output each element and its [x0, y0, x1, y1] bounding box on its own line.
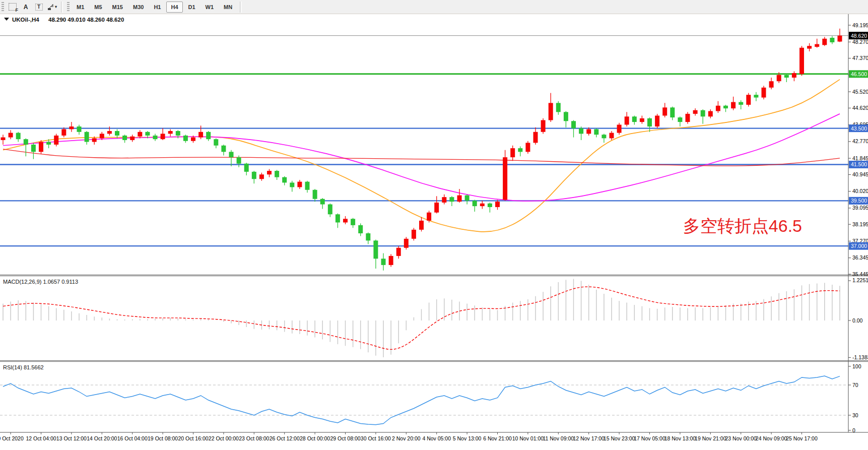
symbol-dropdown-icon[interactable] [4, 18, 9, 21]
svg-text:37.000: 37.000 [851, 243, 867, 249]
svg-text:9 Oct 2020: 9 Oct 2020 [0, 435, 24, 441]
timeframe-d1[interactable]: D1 [184, 2, 200, 13]
timeframe-m30[interactable]: M30 [128, 2, 148, 13]
svg-text:36.345: 36.345 [852, 254, 868, 261]
toolbar: F A T ▾ M1M5M15M30H1H4D1W1MN [0, 0, 868, 14]
svg-text:70: 70 [852, 382, 858, 388]
svg-text:48.270: 48.270 [852, 39, 868, 45]
svg-text:23 Oct 08:00: 23 Oct 08:00 [239, 435, 269, 441]
timeframe-m1[interactable]: M1 [72, 2, 89, 13]
chinese-annotation: 多空转折点46.5 [683, 216, 802, 235]
timeframe-w1[interactable]: W1 [201, 2, 219, 13]
last-price-badge: 48.620 [849, 32, 868, 39]
moving-averages [3, 80, 840, 232]
ma-fast-orange [3, 80, 840, 232]
svg-text:6 Nov 21:00: 6 Nov 21:00 [483, 435, 512, 441]
svg-text:35.445: 35.445 [852, 271, 868, 277]
macd-label: MACD(12,26,9) 1.0657 0.9113 [3, 279, 78, 285]
chart-area[interactable]: 49.19548.27047.37046.44545.52044.62043.6… [0, 14, 868, 450]
svg-text:10 Nov 01:00: 10 Nov 01:00 [512, 435, 544, 441]
support-badge: 39.500 [849, 197, 868, 205]
svg-text:40.945: 40.945 [852, 171, 868, 177]
macd-panel [3, 279, 840, 357]
text-icon[interactable]: T [33, 2, 45, 13]
ohlc-values: 48.290 49.010 48.260 48.620 [48, 17, 124, 23]
svg-text:30 Oct 16:00: 30 Oct 16:00 [361, 435, 391, 441]
svg-text:5 Nov 13:00: 5 Nov 13:00 [453, 435, 482, 441]
svg-text:39.095: 39.095 [852, 205, 868, 211]
svg-text:15 Nov 23:00: 15 Nov 23:00 [604, 435, 635, 441]
svg-text:2 Nov 20:00: 2 Nov 20:00 [392, 435, 421, 441]
svg-text:22 Oct 00:00: 22 Oct 00:00 [209, 435, 239, 441]
ma-slow-red [3, 149, 840, 166]
support-badge: 41.500 [849, 161, 868, 168]
toolbar-grip[interactable] [2, 2, 4, 12]
svg-text:28 Oct 00:00: 28 Oct 00:00 [300, 435, 330, 441]
text-box-icon: T [35, 4, 43, 11]
svg-text:38.195: 38.195 [852, 221, 868, 227]
svg-text:0: 0 [852, 427, 855, 433]
svg-text:12 Nov 17:00: 12 Nov 17:00 [573, 435, 605, 441]
svg-text:-1.1383: -1.1383 [852, 354, 868, 360]
rsi-label: RSI(14) 81.5662 [3, 364, 44, 370]
svg-text:12 Oct 04:00: 12 Oct 04:00 [26, 435, 56, 441]
pivot-badge: 46.500 [849, 70, 868, 78]
svg-text:29 Oct 08:00: 29 Oct 08:00 [330, 435, 360, 441]
fibonacci-icon[interactable]: F [7, 2, 19, 13]
svg-text:41.845: 41.845 [852, 155, 868, 161]
svg-text:17 Nov 05:00: 17 Nov 05:00 [634, 435, 665, 441]
trading-terminal: F A T ▾ M1M5M15M30H1H4D1W1MN [0, 0, 868, 450]
svg-text:100: 100 [852, 363, 861, 369]
svg-text:39.500: 39.500 [851, 198, 867, 204]
svg-text:13 Oct 12:00: 13 Oct 12:00 [56, 435, 87, 441]
svg-text:18 Nov 13:00: 18 Nov 13:00 [664, 435, 696, 441]
svg-text:44.620: 44.620 [852, 105, 868, 111]
toolbar-separator [61, 2, 63, 13]
svg-text:49.195: 49.195 [852, 22, 868, 28]
svg-text:40.020: 40.020 [852, 188, 868, 194]
svg-text:25 Nov 17:00: 25 Nov 17:00 [786, 435, 818, 441]
svg-text:45.520: 45.520 [852, 89, 868, 95]
svg-text:19 Nov 21:00: 19 Nov 21:00 [695, 435, 726, 441]
timeframe-group: M1M5M15M30H1H4D1W1MN [72, 2, 237, 13]
svg-text:23 Nov 00:00: 23 Nov 00:00 [725, 435, 757, 441]
svg-text:4 Nov 05:00: 4 Nov 05:00 [422, 435, 451, 441]
rsi-line [3, 376, 840, 425]
timeframe-m15[interactable]: M15 [108, 2, 127, 13]
svg-text:26 Oct 12:00: 26 Oct 12:00 [270, 435, 300, 441]
svg-text:24 Nov 09:00: 24 Nov 09:00 [756, 435, 787, 441]
svg-text:14 Oct 20:00: 14 Oct 20:00 [87, 435, 117, 441]
toolbar-separator [240, 2, 242, 13]
timeframe-m5[interactable]: M5 [90, 2, 106, 13]
text-label-icon[interactable]: A [20, 2, 32, 13]
svg-text:0.00: 0.00 [852, 317, 863, 324]
timeframe-h1[interactable]: H1 [149, 2, 165, 13]
chevron-down-icon[interactable]: ▾ [55, 5, 57, 9]
svg-text:19 Oct 08:00: 19 Oct 08:00 [148, 435, 178, 441]
svg-text:41.500: 41.500 [851, 161, 867, 167]
symbol-period-label: UKOil-,H4 [12, 17, 39, 23]
svg-text:46.500: 46.500 [851, 71, 867, 77]
rsi-panel [0, 376, 848, 425]
arrows-icon[interactable]: ▾ [46, 2, 58, 13]
timeframe-h4[interactable]: H4 [166, 2, 182, 13]
resistance-badge: 43.500 [849, 124, 868, 132]
svg-text:43.500: 43.500 [851, 125, 867, 132]
svg-text:1.2251: 1.2251 [852, 277, 868, 283]
support-badge: 37.000 [849, 242, 868, 250]
horizontal-levels[interactable] [0, 36, 848, 246]
svg-text:30: 30 [852, 412, 858, 418]
arrow-objects-icon [47, 4, 54, 11]
svg-text:42.770: 42.770 [852, 138, 868, 144]
toolbar-grip[interactable] [67, 2, 70, 12]
ma-mid-magenta [3, 114, 840, 201]
svg-text:16 Oct 04:00: 16 Oct 04:00 [117, 435, 148, 441]
fibonacci-grid-icon: F [9, 3, 17, 11]
svg-text:48.620: 48.620 [851, 33, 867, 39]
svg-text:47.370: 47.370 [852, 55, 868, 61]
timeframe-mn[interactable]: MN [219, 2, 237, 13]
svg-text:11 Nov 09:00: 11 Nov 09:00 [543, 435, 574, 441]
svg-text:20 Oct 16:00: 20 Oct 16:00 [178, 435, 208, 441]
